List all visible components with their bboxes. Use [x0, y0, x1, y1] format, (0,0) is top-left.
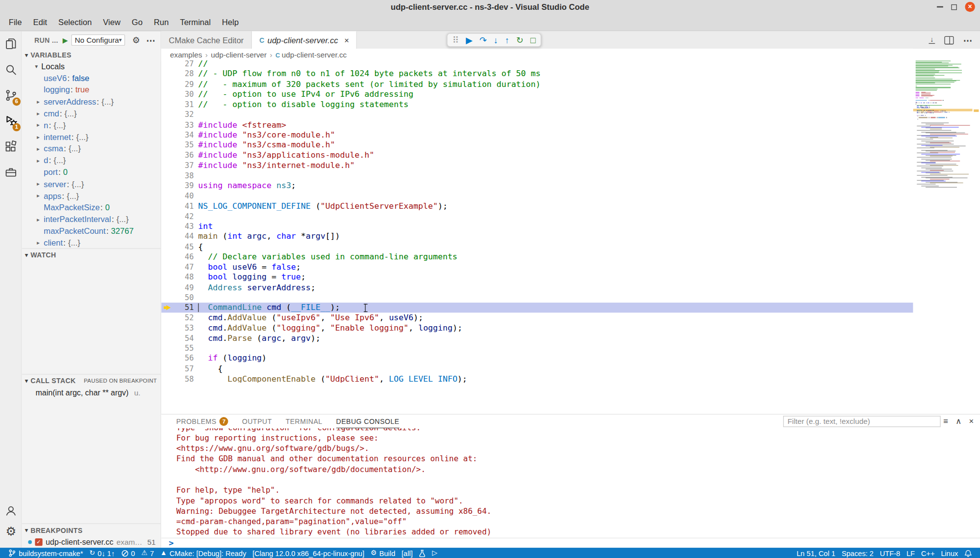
line-number[interactable]: 27: [172, 59, 193, 68]
code-line-44[interactable]: 44main (int argc, char *argv[]): [161, 231, 913, 242]
status-cmake-test[interactable]: [416, 549, 429, 558]
code-line-27[interactable]: 27//: [161, 59, 913, 69]
call-stack-header[interactable]: ▾ CALL STACK PAUSED ON BREAKPOINT: [22, 375, 161, 387]
debug-step-out-icon[interactable]: ↑: [505, 36, 509, 45]
code-line-32[interactable]: 32: [161, 110, 913, 120]
split-editor-icon[interactable]: [944, 36, 953, 44]
menu-selection[interactable]: Selection: [53, 18, 97, 27]
status-notifications[interactable]: [961, 549, 975, 557]
variable-row[interactable]: ▸csma:{...}: [22, 143, 161, 155]
gutter-glyph[interactable]: [161, 354, 172, 364]
activity-extensions-icon[interactable]: [0, 134, 22, 159]
gutter-glyph[interactable]: [161, 59, 172, 69]
tab-cmake-cache-editor[interactable]: CMake Cache Editor: [161, 31, 252, 49]
line-number[interactable]: 58: [172, 374, 193, 383]
line-number[interactable]: 56: [172, 354, 193, 363]
code-line-30[interactable]: 30// - option to use IPv4 or IPv6 addres…: [161, 89, 913, 100]
code-line-55[interactable]: 55: [161, 343, 913, 354]
gutter-glyph[interactable]: [161, 231, 172, 242]
status-cmake-status[interactable]: ▲CMake: [Debug]: Ready: [157, 549, 249, 558]
debug-step-into-icon[interactable]: ↓: [493, 36, 498, 45]
gutter-glyph[interactable]: [161, 110, 172, 120]
status-eol[interactable]: LF: [903, 549, 918, 557]
code-line-35[interactable]: 35#include "ns3/csma-module.h": [161, 140, 913, 150]
status-problems-errors[interactable]: 0: [118, 549, 138, 558]
gutter-glyph[interactable]: [161, 292, 172, 303]
maximize-icon[interactable]: [951, 4, 956, 9]
code-line-29[interactable]: 29// - maximum of 320 packets sent (or l…: [161, 79, 913, 89]
line-number[interactable]: 55: [172, 344, 193, 353]
code-line-47[interactable]: 47 bool useV6 = false;: [161, 262, 913, 272]
status-cursor-position[interactable]: Ln 51, Col 1: [793, 549, 839, 557]
code-line-51[interactable]: 51 CommandLine cmd (__FILE__);: [161, 303, 913, 313]
gutter-glyph[interactable]: [161, 79, 172, 89]
start-debug-icon[interactable]: ▶: [62, 36, 68, 44]
watch-header[interactable]: ▾ WATCH: [22, 249, 161, 261]
line-number[interactable]: 44: [172, 232, 193, 241]
line-number[interactable]: 46: [172, 252, 193, 261]
debug-drag-handle-icon[interactable]: ⠿: [453, 36, 459, 45]
line-number[interactable]: 47: [172, 263, 193, 272]
filter-icon[interactable]: ≡: [943, 417, 948, 426]
more-actions-icon[interactable]: ⋯: [146, 35, 156, 45]
activity-explorer-icon[interactable]: [0, 31, 22, 57]
activity-account-icon[interactable]: [0, 500, 22, 521]
variable-row[interactable]: ▸serverAddress:{...}: [22, 96, 161, 108]
gutter-glyph[interactable]: [161, 161, 172, 171]
variables-header[interactable]: ▾ VARIABLES: [22, 49, 161, 60]
line-number[interactable]: 45: [172, 242, 193, 251]
menu-help[interactable]: Help: [217, 18, 245, 27]
code-line-34[interactable]: 34#include "ns3/core-module.h": [161, 130, 913, 140]
stack-frame-main[interactable]: main(int argc, char ** argv) u.: [22, 387, 161, 398]
line-number[interactable]: 28: [172, 70, 193, 79]
code-line-37[interactable]: 37#include "ns3/internet-module.h": [161, 161, 913, 171]
line-number[interactable]: 34: [172, 131, 193, 140]
code-line-40[interactable]: 40: [161, 191, 913, 201]
gutter-glyph[interactable]: [161, 262, 172, 272]
line-number[interactable]: 48: [172, 273, 193, 281]
gutter-glyph[interactable]: [161, 211, 172, 222]
gutter-glyph[interactable]: [161, 181, 172, 191]
breadcrumb-item-udp-client-server[interactable]: udp-client-server: [211, 51, 267, 59]
line-number[interactable]: 36: [172, 151, 193, 160]
gutter-glyph[interactable]: [161, 140, 172, 150]
activity-search-icon[interactable]: [0, 57, 22, 83]
gutter-glyph[interactable]: [161, 201, 172, 211]
status-remote-os[interactable]: Linux: [938, 549, 961, 557]
menu-file[interactable]: File: [3, 18, 27, 27]
breakpoint-checkbox[interactable]: ✓: [35, 538, 42, 545]
scope-locals[interactable]: ▾ Locals: [22, 60, 161, 72]
status-cmake-run[interactable]: ▷: [429, 549, 441, 558]
panel-tab-debug-console[interactable]: DEBUG CONSOLE: [336, 415, 400, 428]
debug-restart-icon[interactable]: ↻: [516, 36, 523, 45]
variable-row[interactable]: ▸n:{...}: [22, 119, 161, 131]
menu-run[interactable]: Run: [148, 18, 174, 27]
debug-stop-icon[interactable]: □: [530, 36, 536, 45]
close-icon[interactable]: ×: [344, 35, 349, 45]
status-git-sync[interactable]: ↻0↓ 1↑: [86, 549, 118, 558]
gutter-glyph[interactable]: [161, 333, 172, 343]
line-number[interactable]: 29: [172, 80, 193, 88]
close-icon[interactable]: ×: [969, 417, 974, 426]
close-icon[interactable]: ×: [965, 2, 975, 12]
overview-ruler[interactable]: [973, 59, 980, 383]
variable-row[interactable]: ▸d:{...}: [22, 155, 161, 167]
code-line-48[interactable]: 48 bool logging = true;: [161, 272, 913, 282]
gutter-glyph[interactable]: [161, 242, 172, 252]
panel-tab-terminal[interactable]: TERMINAL: [286, 415, 323, 428]
debug-continue-icon[interactable]: ▶: [466, 36, 473, 45]
code-line-50[interactable]: 50: [161, 292, 913, 303]
code-line-33[interactable]: 33#include <fstream>: [161, 120, 913, 130]
line-number[interactable]: 38: [172, 171, 193, 180]
variable-row[interactable]: ▸client:{...}: [22, 237, 161, 249]
variable-row[interactable]: ▸server:{...}: [22, 178, 161, 190]
line-number[interactable]: 41: [172, 202, 193, 211]
gutter-glyph[interactable]: [161, 69, 172, 79]
debug-console-input[interactable]: >: [161, 538, 980, 548]
variable-row[interactable]: ▸cmd:{...}: [22, 108, 161, 119]
line-number[interactable]: 43: [172, 222, 193, 231]
line-number[interactable]: 57: [172, 364, 193, 373]
gutter-glyph[interactable]: [161, 323, 172, 333]
editor[interactable]: 27//28// - UDP flow from n0 to n1 of 102…: [161, 59, 913, 383]
tab-udp-client-server-cc[interactable]: Cudp-client-server.cc×: [252, 31, 357, 49]
